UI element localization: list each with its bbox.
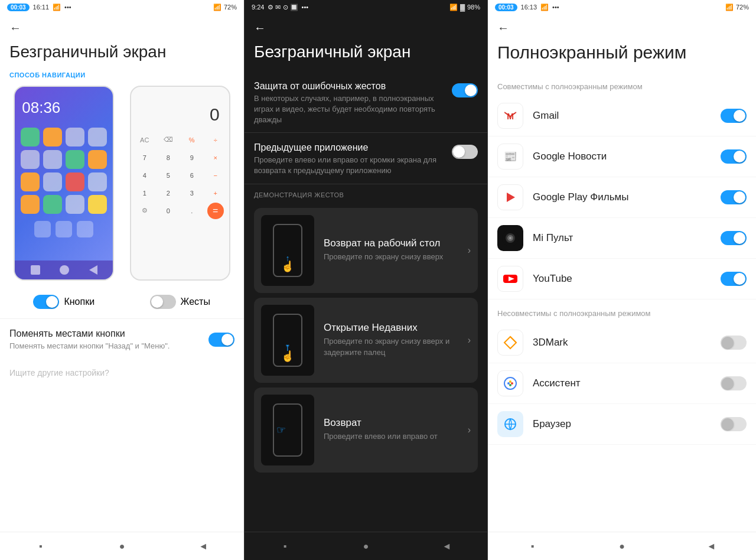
gesture-card-recent[interactable]: ☝ ⤒ Открытие Недавних Проведите по экран… bbox=[254, 298, 478, 383]
error-title: Защита от ошибочных жестов bbox=[254, 81, 445, 92]
status-bar-2: 9:24 ⚙ ✉ ⊙ 🔲 ••• 📶 ▓ 98% bbox=[245, 0, 487, 14]
gesture-preview-home: ☝ ↑ bbox=[261, 215, 314, 286]
nav-back-3[interactable]: ◄ bbox=[702, 537, 721, 556]
app-item-3dmark[interactable]: 3DMark bbox=[488, 323, 756, 363]
nav-circle-1[interactable]: ● bbox=[112, 537, 131, 556]
nav-section-label: СПОСОБ НАВИГАЦИИ bbox=[0, 71, 244, 86]
label-gestures: Жесты bbox=[181, 297, 210, 307]
app-item-browser[interactable]: Браузер bbox=[488, 404, 756, 445]
svg-point-17 bbox=[511, 382, 513, 385]
svg-point-16 bbox=[507, 382, 510, 385]
app-item-google-news[interactable]: 📰 Google Новости bbox=[488, 136, 756, 177]
nav-square-1[interactable]: ▪ bbox=[31, 537, 50, 556]
toggle-swap[interactable] bbox=[208, 333, 234, 347]
back-button-1[interactable]: ← bbox=[9, 21, 21, 34]
nav-square-2[interactable]: ▪ bbox=[276, 537, 295, 556]
app-item-gmail[interactable]: M Gmail bbox=[488, 96, 756, 136]
gplay-icon bbox=[497, 184, 523, 210]
gesture-home-desc: Проведите по экрану снизу вверх bbox=[324, 252, 458, 262]
rec-badge-3: 00:03 bbox=[495, 4, 517, 11]
toggle-3dmark bbox=[721, 336, 747, 350]
sim-icon-2: 📶 bbox=[449, 4, 458, 11]
option-label-gestures[interactable]: Жесты bbox=[126, 295, 235, 309]
icons-3: 📶 bbox=[540, 4, 549, 11]
toggle-gmail[interactable] bbox=[721, 109, 747, 123]
browser-icon bbox=[497, 411, 523, 437]
prev-app-row: Предыдущее приложение Проведите влево ил… bbox=[245, 133, 487, 184]
phone-time: 08:36 bbox=[15, 87, 113, 124]
app-item-mi-pulse[interactable]: Mi Пульт bbox=[488, 218, 756, 259]
nav-bar-3: ▪ ● ◄ bbox=[488, 532, 756, 560]
menu-dots-2: ••• bbox=[302, 4, 309, 11]
toggle-mi-pulse[interactable] bbox=[721, 231, 747, 245]
nav-option-gestures[interactable]: 0 AC ⌫ % ÷ 7 8 9 × 4 5 6 − 1 bbox=[126, 86, 235, 281]
search-hint: Ищите другие настройки? bbox=[0, 361, 244, 385]
svg-text:📰: 📰 bbox=[504, 150, 517, 163]
toggle-buttons[interactable] bbox=[33, 295, 59, 309]
gesture-preview-recent: ☝ ⤒ bbox=[261, 305, 314, 376]
label-buttons: Кнопки bbox=[64, 297, 94, 307]
app-name-gplay: Google Play Фильмы bbox=[533, 191, 721, 203]
back-row-1[interactable]: ← bbox=[0, 14, 244, 37]
icons-2: ⚙ ✉ ⊙ 🔲 bbox=[268, 4, 298, 11]
wifi-icon-1: 📶 bbox=[213, 4, 221, 11]
back-button-3[interactable]: ← bbox=[497, 21, 509, 34]
gesture-back-title: Возврат bbox=[324, 417, 458, 429]
phone-preview-gestures: 0 AC ⌫ % ÷ 7 8 9 × 4 5 6 − 1 bbox=[130, 86, 230, 281]
back-row-2[interactable]: ← bbox=[245, 14, 487, 37]
app-item-youtube[interactable]: YouTube bbox=[488, 259, 756, 299]
app-name-3dmark: 3DMark bbox=[533, 337, 721, 349]
option-label-buttons[interactable]: Кнопки bbox=[9, 295, 119, 309]
toggle-google-news[interactable] bbox=[721, 149, 747, 164]
error-desc: В некоторых случаях, например, в полноэк… bbox=[254, 93, 445, 126]
app-icons-grid bbox=[15, 124, 113, 217]
gesture-card-back[interactable]: ☞ Возврат Проведите влево или вправо от … bbox=[254, 388, 478, 473]
menu-dots-3: ••• bbox=[552, 4, 559, 11]
status-bar-1: 00:03 16:11 📶 ••• 📶 72% bbox=[0, 0, 244, 14]
toggle-youtube[interactable] bbox=[721, 272, 747, 286]
gestures-section-label: ДЕМОНСТРАЦИЯ ЖЕСТОВ bbox=[245, 184, 487, 203]
nav-option-buttons[interactable]: 08:36 bbox=[9, 86, 119, 281]
svg-point-19 bbox=[509, 384, 511, 386]
nav-back-1[interactable]: ◄ bbox=[194, 537, 213, 556]
option-labels: Кнопки Жесты bbox=[0, 290, 244, 318]
menu-dots-1: ••• bbox=[64, 4, 71, 11]
gesture-recent-desc: Проведите по экрану снизу вверх и задерж… bbox=[324, 336, 458, 357]
nav-square-3[interactable]: ▪ bbox=[523, 537, 542, 556]
nav-circle-2[interactable]: ● bbox=[357, 537, 376, 556]
chevron-icon-2: › bbox=[468, 335, 471, 346]
svg-point-9 bbox=[509, 237, 511, 239]
gmail-icon: M bbox=[497, 103, 523, 129]
back-button-2[interactable]: ← bbox=[254, 21, 266, 34]
panel-borderless-nav: 00:03 16:11 📶 ••• 📶 72% ← Безграничный э… bbox=[0, 0, 244, 560]
assistant-icon bbox=[497, 370, 523, 396]
back-row-3[interactable]: ← bbox=[488, 14, 756, 37]
gesture-card-home[interactable]: ☝ ↑ Возврат на рабочий стол Проведите по… bbox=[254, 208, 478, 293]
youtube-icon bbox=[497, 266, 523, 292]
nav-bar-1: ▪ ● ◄ bbox=[0, 532, 244, 560]
app-item-gplay[interactable]: Google Play Фильмы bbox=[488, 177, 756, 218]
app-name-youtube: YouTube bbox=[533, 273, 721, 285]
toggle-prev-app[interactable] bbox=[452, 145, 478, 159]
toggle-assistant bbox=[721, 376, 747, 390]
toggle-error-protection[interactable] bbox=[452, 83, 478, 97]
battery-1: 72% bbox=[224, 4, 237, 11]
toggle-gestures[interactable] bbox=[150, 295, 176, 309]
nav-bar-2: ▪ ● ◄ bbox=[245, 532, 487, 560]
gesture-preview-back: ☞ bbox=[261, 395, 314, 465]
swap-title: Поменять местами кнопки bbox=[9, 328, 208, 339]
phone-bottom-bar-1 bbox=[15, 261, 113, 279]
3dmark-icon bbox=[497, 330, 523, 356]
time-1: 16:11 bbox=[33, 4, 50, 11]
gesture-back-desc: Проведите влево или вправо от bbox=[324, 431, 458, 442]
nav-circle-3[interactable]: ● bbox=[612, 537, 631, 556]
chevron-icon-3: › bbox=[468, 425, 471, 435]
app-item-assistant[interactable]: Ассистент bbox=[488, 363, 756, 404]
gesture-recent-title: Открытие Недавних bbox=[324, 322, 458, 334]
app-name-assistant: Ассистент bbox=[533, 377, 721, 389]
toggle-gplay[interactable] bbox=[721, 190, 747, 204]
calc-grid: AC ⌫ % ÷ 7 8 9 × 4 5 6 − 1 2 3 bbox=[131, 129, 229, 222]
nav-back-2[interactable]: ◄ bbox=[438, 537, 457, 556]
app-name-google-news: Google Новости bbox=[533, 151, 721, 162]
app-name-mi-pulse: Mi Пульт bbox=[533, 232, 721, 244]
